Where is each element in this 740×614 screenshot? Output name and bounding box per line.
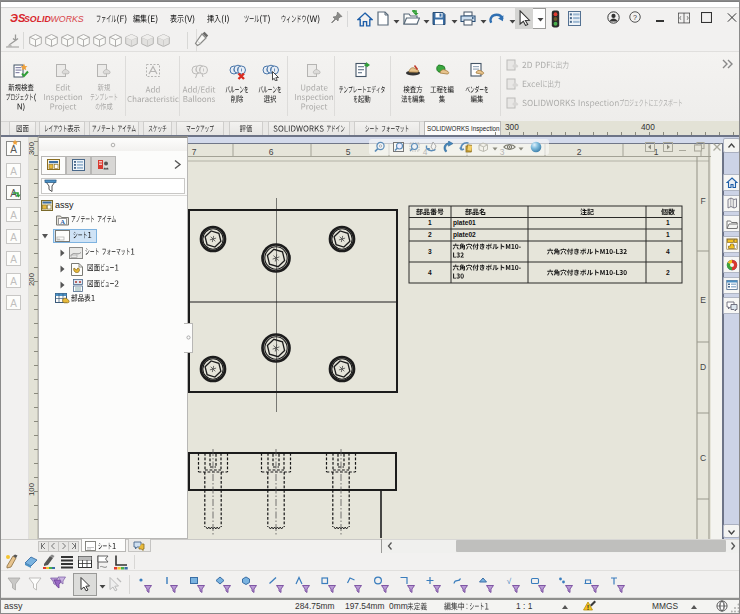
svg-text:F: F	[700, 196, 705, 206]
svg-text:!: !	[587, 604, 589, 611]
svg-text:√: √	[507, 577, 512, 586]
svg-text:A: A	[10, 144, 17, 155]
svg-text:A: A	[60, 218, 65, 225]
svg-text:A: A	[10, 254, 17, 265]
svg-text:A: A	[10, 210, 17, 221]
svg-text:5: 5	[346, 147, 351, 157]
svg-text:A: A	[10, 298, 17, 309]
svg-text:A: A	[10, 166, 17, 177]
svg-text:A: A	[10, 232, 17, 243]
svg-text:?: ?	[633, 14, 637, 22]
svg-text:E: E	[700, 295, 706, 305]
svg-text:C: C	[700, 453, 706, 463]
svg-text:6: 6	[269, 147, 274, 157]
svg-text:7: 7	[192, 147, 197, 157]
svg-text:WORKS: WORKS	[51, 14, 84, 24]
svg-text:2: 2	[577, 147, 582, 157]
svg-text:SOLID: SOLID	[24, 14, 52, 24]
svg-text:A: A	[10, 276, 17, 287]
svg-text:D: D	[700, 362, 706, 372]
